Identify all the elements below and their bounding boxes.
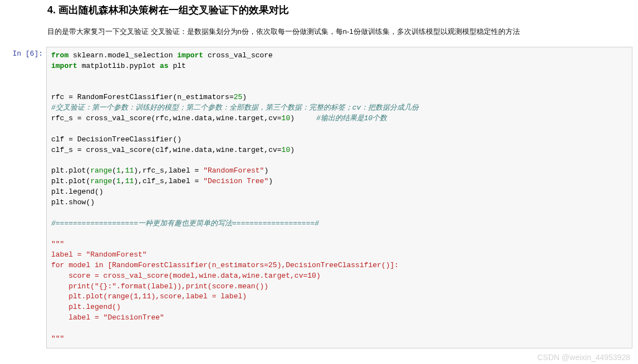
code-keyword: import <box>51 62 77 70</box>
code-space <box>295 114 316 122</box>
code-comma: , <box>121 177 125 185</box>
code-comment: #===================一种更加有趣也更简单的写法=======… <box>51 219 319 228</box>
code-arg: wine.data, <box>173 114 217 122</box>
cell-prompt: In [6]: <box>3 47 46 348</box>
code-paren: ), <box>134 166 143 175</box>
code-paren: ) <box>290 146 295 154</box>
code-arg: n_estimators <box>177 93 229 101</box>
code-docstring-line: label = "DecisionTree" <box>51 313 164 322</box>
code-arg: clf_s, <box>143 177 169 185</box>
code-arg: rfc_s, <box>143 166 169 175</box>
code-comment: #输出的结果是10个数 <box>316 114 387 122</box>
code-var: clf_s <box>51 146 73 154</box>
code-name: cross_val_score <box>208 51 273 60</box>
code-number: 25 <box>234 93 243 101</box>
code-class: RandomForestClassifier <box>77 93 173 101</box>
code-arg: clf, <box>155 146 173 154</box>
code-fn: cross_val_score <box>86 146 151 154</box>
code-kwarg: label <box>169 177 190 185</box>
code-string: "RandomForest" <box>203 166 264 175</box>
code-docstring-line: plt.legend() <box>51 303 121 311</box>
code-builtin: range <box>90 166 112 175</box>
code-obj: plt.plot <box>51 177 86 185</box>
code-module: matplotlib.pyplot <box>82 62 156 70</box>
code-paren: ( <box>112 177 116 185</box>
code-arg: wine.target, <box>217 146 269 154</box>
code-paren: ) <box>290 114 295 122</box>
code-paren: ) <box>264 166 268 175</box>
code-eq: = <box>77 146 82 154</box>
code-number: 10 <box>282 114 291 122</box>
code-paren: ) <box>242 93 247 101</box>
code-alias: plt <box>173 62 185 70</box>
code-string: """ <box>51 335 64 343</box>
code-arg: wine.data, <box>173 146 217 154</box>
code-docstring-line: plt.plot(range(1,11),score,label = label… <box>51 292 247 301</box>
code-number: 11 <box>125 177 134 185</box>
code-var: rfc_s <box>51 114 73 122</box>
code-keyword: from <box>51 51 68 60</box>
section-description: 目的是带大家复习一下交叉验证 交叉验证：是数据集划分为n份，依次取每一份做测试集… <box>47 27 632 37</box>
code-number: 1 <box>116 177 121 185</box>
code-eq: = <box>195 177 199 185</box>
code-number: 10 <box>282 146 291 154</box>
code-fn: cross_val_score <box>86 114 151 122</box>
code-eq: = <box>68 135 73 144</box>
code-number: 1 <box>116 166 121 175</box>
code-docstring-line: for model in [RandomForestClassifier(n_e… <box>51 261 399 269</box>
code-line: plt.legend() <box>51 188 104 196</box>
code-keyword: as <box>160 62 169 70</box>
code-assign: = <box>277 146 282 154</box>
code-number: 11 <box>125 166 134 175</box>
code-paren: ) <box>177 135 181 144</box>
code-docstring-line: label = "RandomForest" <box>51 250 147 259</box>
code-class: DecisionTreeClassifier <box>77 135 173 144</box>
code-kwarg: cv <box>268 146 277 154</box>
code-paren: ), <box>134 177 143 185</box>
notebook-cell-wrapper: 4. 画出随机森林和决策树在一组交叉验证下的效果对比 目的是带大家复习一下交叉验… <box>0 3 638 348</box>
code-docstring-line: score = cross_val_score(model,wine.data,… <box>51 272 321 280</box>
code-assign: = <box>277 114 282 122</box>
code-line: plt.show() <box>51 198 95 206</box>
code-eq: = <box>195 166 199 175</box>
code-obj: plt.plot <box>51 166 86 175</box>
code-docstring-line: print("{}:".format(label)),print(score.m… <box>51 282 268 291</box>
code-comma: , <box>121 166 125 175</box>
code-string: """ <box>51 240 64 248</box>
code-paren: ) <box>268 177 273 185</box>
code-kwarg: label <box>169 166 190 175</box>
code-var: clf <box>51 135 64 144</box>
code-keyword: import <box>177 51 203 60</box>
code-arg: wine.target, <box>217 114 269 122</box>
code-assign: = <box>229 93 234 101</box>
section-heading: 4. 画出随机森林和决策树在一组交叉验证下的效果对比 <box>47 3 632 17</box>
watermark-text: CSDN @weixin_44953928 <box>537 353 630 362</box>
code-input-area[interactable]: from sklearn.model_selection import cros… <box>46 47 632 348</box>
code-string: "Decision Tree" <box>203 177 268 185</box>
code-paren: ( <box>112 166 116 175</box>
code-module: sklearn.model_selection <box>73 51 173 60</box>
code-comment: #交叉验证：第一个参数：训练好的模型；第二个参数：全部数据，第三个数据：完整的标… <box>51 104 419 112</box>
code-kwarg: cv <box>268 114 277 122</box>
code-builtin: range <box>90 177 112 185</box>
code-var: rfc <box>51 93 64 101</box>
code-eq: = <box>77 114 82 122</box>
code-arg: rfc, <box>155 114 173 122</box>
code-cell: In [6]: from sklearn.model_selection imp… <box>3 47 632 348</box>
code-eq: = <box>68 93 73 101</box>
